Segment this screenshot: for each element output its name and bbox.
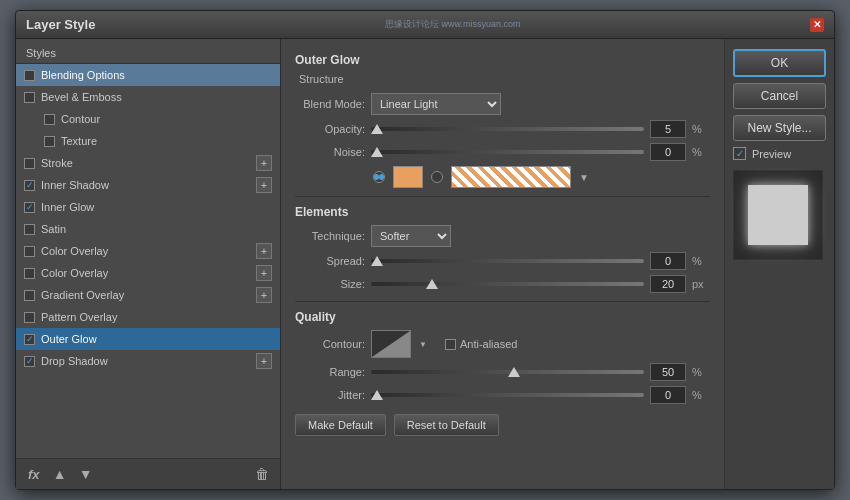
- sidebar-item-bevel-emboss[interactable]: Bevel & Emboss: [16, 86, 280, 108]
- size-input[interactable]: [650, 275, 686, 293]
- sidebar-item-inner-shadow[interactable]: ✓ Inner Shadow +: [16, 174, 280, 196]
- inner-shadow-checkbox[interactable]: ✓: [24, 180, 35, 191]
- noise-slider[interactable]: [371, 145, 644, 159]
- blending-options-checkbox[interactable]: [24, 70, 35, 81]
- blend-mode-select[interactable]: Linear Light Normal Screen Multiply: [371, 93, 501, 115]
- jitter-input[interactable]: [650, 386, 686, 404]
- sidebar-item-color-overlay-2[interactable]: Color Overlay +: [16, 262, 280, 284]
- preview-shape: [748, 185, 808, 245]
- blend-mode-row: Blend Mode: Linear Light Normal Screen M…: [295, 93, 710, 115]
- gradient-overlay-checkbox[interactable]: [24, 290, 35, 301]
- outer-glow-checkbox[interactable]: ✓: [24, 334, 35, 345]
- gradient-preview[interactable]: [451, 166, 571, 188]
- sidebar-item-gradient-overlay[interactable]: Gradient Overlay +: [16, 284, 280, 306]
- jitter-row: Jitter: %: [295, 386, 710, 404]
- divider-1: [295, 196, 710, 197]
- size-row: Size: px: [295, 275, 710, 293]
- sidebar-item-drop-shadow[interactable]: ✓ Drop Shadow +: [16, 350, 280, 372]
- structure-label: Structure: [295, 73, 710, 85]
- color-overlay-1-label: Color Overlay: [41, 245, 108, 257]
- noise-input[interactable]: [650, 143, 686, 161]
- opacity-slider[interactable]: [371, 122, 644, 136]
- sidebar-item-satin[interactable]: Satin: [16, 218, 280, 240]
- stroke-add-button[interactable]: +: [256, 155, 272, 171]
- pattern-overlay-checkbox[interactable]: [24, 312, 35, 323]
- close-button[interactable]: ✕: [810, 18, 824, 32]
- opacity-thumb: [371, 124, 383, 134]
- new-style-button[interactable]: New Style...: [733, 115, 826, 141]
- section-title: Outer Glow: [295, 53, 710, 67]
- jitter-slider[interactable]: [371, 388, 644, 402]
- stroke-label: Stroke: [41, 157, 73, 169]
- bevel-emboss-checkbox[interactable]: [24, 92, 35, 103]
- color-row: ▼: [295, 166, 710, 188]
- inner-glow-checkbox[interactable]: ✓: [24, 202, 35, 213]
- make-default-button[interactable]: Make Default: [295, 414, 386, 436]
- divider-2: [295, 301, 710, 302]
- sidebar-item-color-overlay-1[interactable]: Color Overlay +: [16, 240, 280, 262]
- sidebar-item-inner-glow[interactable]: ✓ Inner Glow: [16, 196, 280, 218]
- ok-button[interactable]: OK: [733, 49, 826, 77]
- noise-unit: %: [692, 146, 710, 158]
- move-down-button[interactable]: ▼: [76, 464, 96, 484]
- bevel-emboss-label: Bevel & Emboss: [41, 91, 122, 103]
- gradient-arrow[interactable]: ▼: [579, 172, 589, 183]
- blending-options-label: Blending Options: [41, 69, 125, 81]
- technique-select[interactable]: Softer Precise: [371, 225, 451, 247]
- inner-glow-label: Inner Glow: [41, 201, 94, 213]
- opacity-input[interactable]: [650, 120, 686, 138]
- spread-row: Spread: %: [295, 252, 710, 270]
- contour-checkbox[interactable]: [44, 114, 55, 125]
- size-slider[interactable]: [371, 277, 644, 291]
- color-overlay-1-add-button[interactable]: +: [256, 243, 272, 259]
- contour-arrow[interactable]: ▼: [419, 340, 427, 349]
- move-up-button[interactable]: ▲: [50, 464, 70, 484]
- preview-checkbox[interactable]: ✓: [733, 147, 746, 160]
- color-overlay-1-checkbox[interactable]: [24, 246, 35, 257]
- preview-row: ✓ Preview: [733, 147, 826, 160]
- range-unit: %: [692, 366, 710, 378]
- sidebar-item-contour[interactable]: Contour: [16, 108, 280, 130]
- cancel-button[interactable]: Cancel: [733, 83, 826, 109]
- range-input[interactable]: [650, 363, 686, 381]
- range-slider[interactable]: [371, 365, 644, 379]
- styles-list: Blending Options Bevel & Emboss Contour …: [16, 64, 280, 458]
- color-swatch[interactable]: [393, 166, 423, 188]
- titlebar: Layer Style 思缘设计论坛 www.missyuan.com ✕: [16, 11, 834, 39]
- gradient-overlay-add-button[interactable]: +: [256, 287, 272, 303]
- color-overlay-2-add-button[interactable]: +: [256, 265, 272, 281]
- color-overlay-2-label: Color Overlay: [41, 267, 108, 279]
- gradient-radio[interactable]: [431, 171, 443, 183]
- sidebar-item-blending-options[interactable]: Blending Options: [16, 64, 280, 86]
- sidebar-item-outer-glow[interactable]: ✓ Outer Glow: [16, 328, 280, 350]
- delete-button[interactable]: 🗑: [252, 464, 272, 484]
- drop-shadow-add-button[interactable]: +: [256, 353, 272, 369]
- size-thumb: [426, 279, 438, 289]
- contour-label: Contour: [61, 113, 100, 125]
- inner-shadow-add-button[interactable]: +: [256, 177, 272, 193]
- reset-default-button[interactable]: Reset to Default: [394, 414, 499, 436]
- stroke-checkbox[interactable]: [24, 158, 35, 169]
- contour-preview[interactable]: [371, 330, 411, 358]
- solid-color-radio[interactable]: [373, 171, 385, 183]
- styles-panel: Styles Blending Options Bevel & Emboss C…: [16, 39, 281, 489]
- color-overlay-2-checkbox[interactable]: [24, 268, 35, 279]
- spread-slider[interactable]: [371, 254, 644, 268]
- anti-alias-checkbox[interactable]: [445, 339, 456, 350]
- opacity-unit: %: [692, 123, 710, 135]
- preview-canvas: [733, 170, 823, 260]
- fx-button[interactable]: fx: [24, 465, 44, 484]
- sidebar-item-pattern-overlay[interactable]: Pattern Overlay: [16, 306, 280, 328]
- sidebar-item-texture[interactable]: Texture: [16, 130, 280, 152]
- range-label: Range:: [295, 366, 365, 378]
- drop-shadow-checkbox[interactable]: ✓: [24, 356, 35, 367]
- contour-row: Contour: ▼ Anti-aliased: [295, 330, 710, 358]
- anti-alias-row: Anti-aliased: [445, 338, 517, 350]
- sidebar-item-stroke[interactable]: Stroke +: [16, 152, 280, 174]
- jitter-unit: %: [692, 389, 710, 401]
- satin-checkbox[interactable]: [24, 224, 35, 235]
- spread-input[interactable]: [650, 252, 686, 270]
- spread-label: Spread:: [295, 255, 365, 267]
- texture-checkbox[interactable]: [44, 136, 55, 147]
- settings-panel: Outer Glow Structure Blend Mode: Linear …: [281, 39, 724, 489]
